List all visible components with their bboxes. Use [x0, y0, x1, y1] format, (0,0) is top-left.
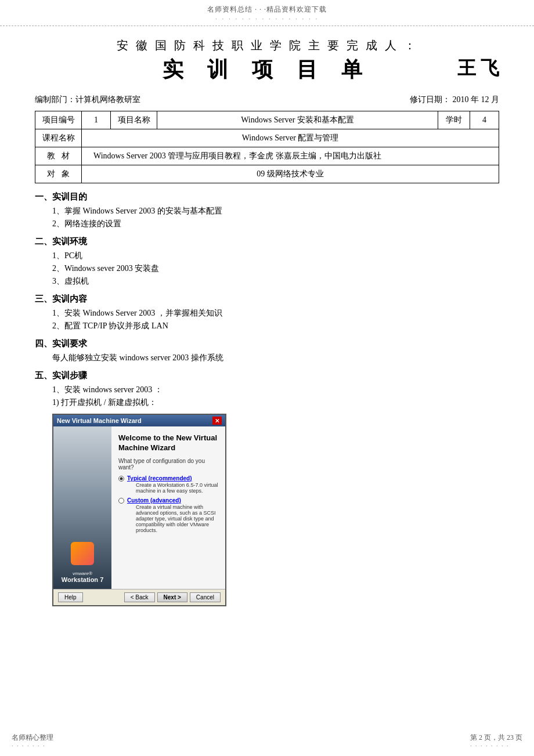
vmware-brand: vmware®: [62, 571, 104, 576]
label-course: 课程名称: [35, 129, 82, 147]
meta-date: 修订日期： 2010 年 12 月: [410, 95, 499, 105]
label-project-num: 项目编号: [35, 111, 82, 129]
vmware-product: Workstation 7: [62, 576, 104, 583]
vmware-welcome-title: Welcome to the New Virtual Machine Wizar…: [118, 433, 218, 453]
vmware-titlebar: New Virtual Machine Wizard ✕: [53, 415, 225, 426]
vmware-titlebar-text: New Virtual Machine Wizard: [57, 417, 142, 424]
footer-right-dots: · · · · · · · ·: [470, 743, 522, 749]
header-text: 名师资料总结 · · ·精品资料欢迎下载: [207, 5, 327, 13]
section-five-item-2: 1) 打开虚拟机 / 新建虚拟机：: [52, 397, 499, 408]
section-one-title: 一、实训目的: [35, 191, 499, 202]
vmware-radio-typical-dot: [118, 476, 124, 482]
table-row-3: 教 材 Windows Server 2003 管理与应用项目教程，李金虎 张嘉…: [35, 147, 499, 165]
label-project-name: 项目名称: [111, 111, 157, 129]
section-three-item-1: 1、安装 Windows Server 2003 ，并掌握相关知识: [52, 308, 499, 319]
section-five-title: 五、实训步骤: [35, 370, 499, 381]
footer-left-text: 名师精心整理: [12, 733, 53, 741]
vmware-screenshot: New Virtual Machine Wizard ✕ vmware® Wor…: [52, 414, 226, 606]
vmware-sidebar: vmware® Workstation 7: [53, 426, 111, 589]
section-two-title: 二、实训环境: [35, 236, 499, 247]
section-five-item-1: 1、安装 windows server 2003 ：: [52, 385, 499, 395]
page-footer: 名师精心整理 · · · · · · · 第 2 页，共 23 页 · · · …: [0, 733, 534, 749]
section-four-title: 四、实训要求: [35, 338, 499, 349]
label-material: 教 材: [35, 147, 82, 165]
section-four-item-1: 每人能够独立安装 windows server 2003 操作系统: [52, 353, 499, 363]
vmware-close-button[interactable]: ✕: [212, 417, 222, 425]
footer-left-dots: · · · · · · ·: [12, 743, 53, 749]
vmware-sidebar-logo: vmware® Workstation 7: [62, 571, 104, 583]
vmware-logo-icon: [71, 542, 94, 565]
section-one-item-1: 1、掌握 Windows Server 2003 的安装与基本配置: [52, 206, 499, 216]
section-two-item-1: 1、PC机: [52, 251, 499, 261]
title-line2: 实 训 项 目 单: [163, 58, 371, 81]
label-target: 对 象: [35, 165, 82, 183]
vmware-next-button[interactable]: Next >: [157, 592, 187, 602]
vmware-body: vmware® Workstation 7 Welcome to the New…: [53, 426, 225, 589]
table-row-2: 课程名称 Windows Server 配置与管理: [35, 129, 499, 147]
vmware-back-button[interactable]: < Back: [124, 592, 155, 602]
footer-left: 名师精心整理 · · · · · · ·: [12, 733, 53, 749]
project-name-value: Windows Server 安装和基本配置: [157, 111, 438, 129]
meta-row: 编制部门：计算机网络教研室 修订日期： 2010 年 12 月: [35, 95, 499, 105]
section-two-item-3: 3、虚拟机: [52, 276, 499, 287]
material-value: Windows Server 2003 管理与应用项目教程，李金虎 张嘉辰主编，…: [82, 147, 499, 165]
vmware-radio-custom-label: Custom (advanced): [127, 497, 218, 504]
course-value: Windows Server 配置与管理: [82, 129, 499, 147]
vmware-footer: Help < Back Next > Cancel: [53, 589, 225, 605]
vmware-radio-typical[interactable]: Typical (recommended) Create a Workstati…: [118, 475, 218, 494]
info-table: 项目编号 1 项目名称 Windows Server 安装和基本配置 学时 4 …: [35, 111, 499, 183]
vmware-question: What type of configuration do you want?: [118, 458, 218, 471]
vmware-radio-typical-desc: Create a Workstation 6.5-7.0 virtual mac…: [136, 482, 218, 494]
vmware-cancel-button[interactable]: Cancel: [190, 592, 221, 602]
header-dots: · · · · · · · · · · · · · · · ·: [215, 15, 319, 22]
vmware-radio-typical-label: Typical (recommended): [127, 475, 218, 482]
title-line1: 安 徽 国 防 科 技 职 业 学 院 主 要 完 成 人 ：: [35, 38, 499, 53]
vmware-help-button[interactable]: Help: [58, 592, 83, 602]
vmware-radio-custom-desc: Create a virtual machine with advanced o…: [136, 504, 218, 533]
table-row-4: 对 象 09 级网络技术专业: [35, 165, 499, 183]
vmware-radio-custom[interactable]: Custom (advanced) Create a virtual machi…: [118, 497, 218, 533]
section-two-item-2: 2、Windows sever 2003 安装盘: [52, 263, 499, 274]
title-author: 王 飞: [457, 56, 499, 81]
hours-value: 4: [470, 111, 499, 129]
page-header: 名师资料总结 · · ·精品资料欢迎下载 · · · · · · · · · ·…: [0, 0, 534, 26]
section-one-item-2: 2、网络连接的设置: [52, 219, 499, 229]
footer-right-text: 第 2 页，共 23 页: [470, 733, 522, 741]
title-area: 安 徽 国 防 科 技 职 业 学 院 主 要 完 成 人 ： 实 训 项 目 …: [35, 38, 499, 84]
vmware-nav-buttons: < Back Next > Cancel: [124, 592, 221, 602]
meta-department: 编制部门：计算机网络教研室: [35, 95, 140, 105]
footer-right: 第 2 页，共 23 页 · · · · · · · ·: [470, 733, 522, 749]
label-hours: 学时: [438, 111, 470, 129]
target-value: 09 级网络技术专业: [82, 165, 499, 183]
section-three-title: 三、实训内容: [35, 294, 499, 305]
table-row-1: 项目编号 1 项目名称 Windows Server 安装和基本配置 学时 4: [35, 111, 499, 129]
vmware-main-panel: Welcome to the New Virtual Machine Wizar…: [111, 426, 225, 589]
vmware-radio-custom-dot: [118, 498, 124, 504]
section-three-item-2: 2、配置 TCP/IP 协议并形成 LAN: [52, 321, 499, 331]
project-num-value: 1: [82, 111, 111, 129]
